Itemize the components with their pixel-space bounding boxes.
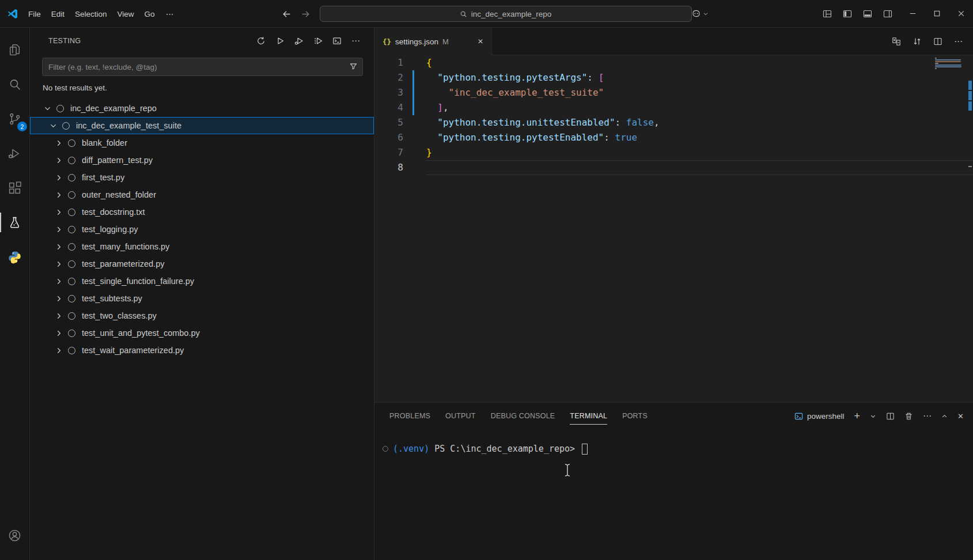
tree-item-test_logging.py[interactable]: test_logging.py <box>30 221 374 238</box>
terminal-profile-dropdown-icon[interactable] <box>870 413 876 419</box>
split-terminal-icon[interactable] <box>886 412 895 421</box>
code-line[interactable] <box>426 160 973 175</box>
forward-button[interactable] <box>301 9 311 19</box>
chevron-right-icon[interactable] <box>54 207 63 217</box>
menu-view[interactable]: View <box>112 10 139 18</box>
code-line[interactable]: "inc_dec_example_test_suite" <box>426 85 973 100</box>
tree-item-test_parameterized.py[interactable]: test_parameterized.py <box>30 255 374 273</box>
tree-item-blank_folder[interactable]: blank_folder <box>30 134 374 152</box>
chevron-right-icon[interactable] <box>54 311 63 320</box>
menu-selection[interactable]: Selection <box>70 10 112 18</box>
menu-edit[interactable]: Edit <box>46 10 70 18</box>
toggle-sidebar-button[interactable] <box>843 9 852 18</box>
tree-item-test_wait_parameterized.py[interactable]: test_wait_parameterized.py <box>30 342 374 359</box>
command-center-search[interactable]: inc_dec_example_repo <box>320 6 692 22</box>
chevron-down-icon[interactable] <box>48 121 58 130</box>
run-and-debug-icon[interactable] <box>0 136 29 171</box>
tab-settings-json[interactable]: {} settings.json M ✕ <box>374 28 492 55</box>
testing-more-actions-button[interactable]: ⋯ <box>351 36 361 46</box>
chevron-right-icon[interactable] <box>54 225 63 234</box>
maximize-panel-icon[interactable] <box>941 413 948 419</box>
menu-go[interactable]: Go <box>139 10 160 18</box>
tree-item-test_subtests.py[interactable]: test_subtests.py <box>30 290 374 307</box>
copilot-button[interactable] <box>691 9 709 18</box>
panel-tab-ports[interactable]: PORTS <box>615 403 655 429</box>
tree-item-test_unit_and_pytest_combo.py[interactable]: test_unit_and_pytest_combo.py <box>30 324 374 342</box>
tree-item-inc_dec_example_test_suite[interactable]: inc_dec_example_test_suite <box>30 117 374 134</box>
search-view-icon[interactable] <box>0 67 29 101</box>
testing-view-icon[interactable] <box>0 205 29 240</box>
source-control-icon[interactable]: 2 <box>0 101 29 136</box>
refresh-tests-button[interactable] <box>256 36 266 46</box>
chevron-right-icon[interactable] <box>54 190 63 199</box>
menu-file[interactable]: File <box>23 10 46 18</box>
run-tests-with-coverage-button[interactable] <box>313 36 323 46</box>
toggle-panel-button[interactable] <box>863 9 872 18</box>
menu-more-button[interactable]: ⋯ <box>160 9 180 18</box>
chevron-right-icon[interactable] <box>54 277 63 286</box>
show-test-output-button[interactable] <box>332 36 342 46</box>
panel-tab-terminal[interactable]: TERMINAL <box>562 403 615 429</box>
chevron-right-icon[interactable] <box>54 173 63 182</box>
tree-item-diff_pattern_test.py[interactable]: diff_pattern_test.py <box>30 152 374 169</box>
kill-terminal-icon[interactable] <box>904 412 913 421</box>
chevron-right-icon[interactable] <box>54 294 63 303</box>
tree-item-outer_nested_folder[interactable]: outer_nested_folder <box>30 186 374 203</box>
close-window-button[interactable] <box>949 0 973 28</box>
new-terminal-button[interactable]: + <box>854 411 861 421</box>
run-tests-button[interactable] <box>275 36 285 46</box>
terminal-content[interactable]: (.venv) PS C:\inc_dec_example_repo> <box>374 429 973 560</box>
editor-more-actions-icon[interactable]: ⋯ <box>954 36 963 47</box>
code-content[interactable]: { "python.testing.pytestArgs": [ "inc_de… <box>410 55 973 402</box>
chevron-right-icon[interactable] <box>54 138 63 147</box>
minimap[interactable] <box>935 58 964 71</box>
code-line[interactable]: ], <box>426 100 973 115</box>
python-icon[interactable] <box>0 240 29 274</box>
close-panel-icon[interactable]: ✕ <box>957 412 964 421</box>
customize-layout-button[interactable] <box>823 9 832 18</box>
chevron-right-icon[interactable] <box>54 242 63 251</box>
chevron-right-icon[interactable] <box>54 156 63 165</box>
panel-tab-debug-console[interactable]: DEBUG CONSOLE <box>483 403 563 429</box>
tree-item-first_test.py[interactable]: first_test.py <box>30 169 374 186</box>
tree-item-test_docstring.txt[interactable]: test_docstring.txt <box>30 203 374 221</box>
code-line[interactable]: { <box>426 55 973 70</box>
minimize-button[interactable] <box>900 0 925 28</box>
extensions-icon[interactable] <box>0 171 29 205</box>
close-tab-button[interactable]: ✕ <box>475 36 486 47</box>
code-line[interactable]: } <box>426 145 973 160</box>
sidebar-header: TESTING <box>30 28 374 54</box>
code-line[interactable]: "python.testing.pytestEnabled": true <box>426 130 973 145</box>
compare-changes-icon[interactable] <box>913 37 922 46</box>
panel-more-actions-icon[interactable]: ⋯ <box>923 411 932 421</box>
code-line[interactable]: "python.testing.unittestEnabled": false, <box>426 115 973 130</box>
open-changes-icon[interactable] <box>892 37 901 46</box>
tests-filter-input[interactable] <box>42 58 363 76</box>
chevron-right-icon[interactable] <box>54 346 63 355</box>
back-button[interactable] <box>282 9 291 19</box>
debug-tests-button[interactable] <box>294 36 304 46</box>
panel-tab-problems[interactable]: PROBLEMS <box>382 403 438 429</box>
account-icon[interactable] <box>0 519 29 552</box>
chevron-right-icon[interactable] <box>54 259 63 268</box>
tree-item-test_two_classes.py[interactable]: test_two_classes.py <box>30 307 374 324</box>
toggle-secondary-sidebar-button[interactable] <box>883 9 892 18</box>
terminal-tab-powershell[interactable]: powershell <box>794 412 845 421</box>
scm-badge: 2 <box>17 122 27 131</box>
tree-item-test_single_function_failure.py[interactable]: test_single_function_failure.py <box>30 273 374 290</box>
tree-item-test_many_functions.py[interactable]: test_many_functions.py <box>30 238 374 255</box>
modified-line-indicator <box>412 100 414 115</box>
tree-item-inc_dec_example_repo[interactable]: inc_dec_example_repo <box>30 100 374 117</box>
explorer-icon[interactable] <box>0 32 29 67</box>
panel-tab-output[interactable]: OUTPUT <box>438 403 483 429</box>
filter-icon[interactable] <box>349 62 358 71</box>
titlebar-right <box>691 0 973 28</box>
code-line[interactable]: "python.testing.pytestArgs": [ <box>426 70 973 85</box>
chevron-right-icon[interactable] <box>54 328 63 338</box>
test-state-circle-icon <box>68 209 75 216</box>
split-editor-icon[interactable] <box>933 37 942 46</box>
editor-actions: ⋯ <box>892 28 973 55</box>
tree-item-label: test_subtests.py <box>82 294 142 303</box>
chevron-down-icon[interactable] <box>43 104 52 113</box>
maximize-button[interactable] <box>925 0 949 28</box>
